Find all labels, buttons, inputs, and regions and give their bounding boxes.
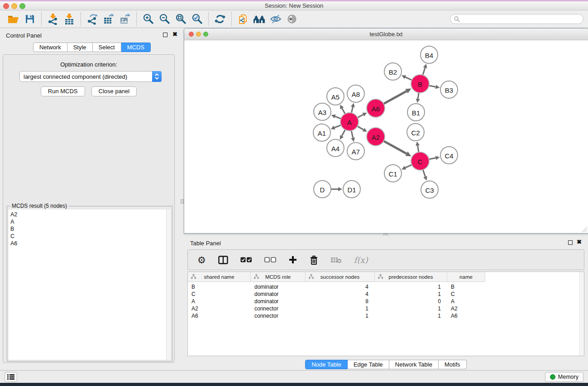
table-row[interactable]: Bdominator41B <box>188 283 584 291</box>
edge-A-A1[interactable] <box>335 125 341 128</box>
edge-B-B4[interactable] <box>423 68 425 75</box>
import-network-icon[interactable] <box>45 12 61 26</box>
first-neighbors-icon[interactable] <box>251 12 268 26</box>
tab-mcds[interactable]: MCDS <box>121 43 151 52</box>
edge-A-A4[interactable] <box>342 130 345 136</box>
result-item[interactable]: A6 <box>9 240 171 247</box>
run-mcds-button[interactable]: Run MCDS <box>41 86 85 96</box>
edge-C-C1[interactable] <box>405 165 411 167</box>
arrowhead-icon <box>423 176 427 181</box>
criterion-select[interactable]: largest connected component (directed) <box>19 71 162 82</box>
task-history-button[interactable] <box>5 372 17 382</box>
edge-B-B2[interactable] <box>405 77 411 80</box>
search-input[interactable] <box>460 16 583 22</box>
zoom-in-icon[interactable] <box>140 12 156 26</box>
float-panel-icon[interactable] <box>163 33 167 37</box>
result-item[interactable]: B <box>9 225 171 233</box>
export-network-icon[interactable] <box>84 12 100 26</box>
result-item[interactable]: A2 <box>9 211 171 218</box>
result-item[interactable]: A <box>9 218 171 225</box>
node-label-C1: C1 <box>388 170 397 178</box>
table-cell: 4 <box>306 291 375 298</box>
tab-select[interactable]: Select <box>93 43 121 52</box>
table-float-panel-icon[interactable] <box>568 240 573 245</box>
edge-A6-B[interactable] <box>384 91 407 104</box>
table-close-panel-icon[interactable]: ✖ <box>577 238 582 245</box>
network-canvas[interactable]: B4B2BB3A8A5A6A3B1AC2A1A2A4A7C4CC1C3DD1 <box>184 40 588 233</box>
search-field[interactable] <box>450 14 583 24</box>
edge-C-C4[interactable] <box>429 158 436 159</box>
table-scrollbar[interactable] <box>579 272 584 356</box>
tab-network-table[interactable]: Network Table <box>389 360 439 369</box>
list-icon <box>7 374 14 380</box>
column-header-predecessor-nodes[interactable]: predecessor nodes <box>375 272 447 282</box>
show-all-eye-icon[interactable] <box>284 12 300 26</box>
table-settings-gear-icon[interactable]: ⚙ <box>197 255 206 265</box>
network-graph[interactable]: B4B2BB3A8A5A6A3B1AC2A1A2A4A7C4CC1C3DD1 <box>184 40 588 233</box>
table-row[interactable]: Adominator80A <box>188 298 584 305</box>
table-row[interactable]: Cdominator41C <box>188 291 584 298</box>
deselect-all-icon[interactable] <box>264 257 276 263</box>
delete-column-trash-icon[interactable] <box>310 255 318 265</box>
column-visibility-icon[interactable] <box>218 256 228 264</box>
edge-B-B1[interactable] <box>418 93 419 99</box>
column-header-MCDS-role[interactable]: MCDS role <box>251 272 306 282</box>
table-cell: dominator <box>251 298 306 305</box>
export-table-icon[interactable] <box>100 12 117 26</box>
table-cell: A6 <box>447 312 485 319</box>
zoom-fit-icon[interactable] <box>172 12 189 26</box>
node-label-A7: A7 <box>352 148 360 156</box>
result-item[interactable]: C <box>9 233 171 240</box>
save-session-icon[interactable] <box>22 12 38 26</box>
mcds-result-list[interactable]: A2ABCA6 <box>9 210 171 360</box>
table-row[interactable]: A2connector11A2 <box>188 305 584 312</box>
edge-A-A5[interactable] <box>342 108 345 114</box>
edge-A-A7[interactable] <box>351 131 353 138</box>
select-all-icon[interactable] <box>240 257 252 263</box>
column-header-shared-name[interactable]: shared name <box>188 272 251 282</box>
search-icon <box>454 16 460 22</box>
edge-A2-C[interactable] <box>384 141 407 154</box>
column-header-successor-nodes[interactable]: successor nodes <box>306 272 375 282</box>
window-title: Session: New Session <box>0 2 588 9</box>
export-image-icon[interactable] <box>117 12 133 26</box>
tab-node-table[interactable]: Node Table <box>305 360 348 369</box>
mcds-result-box: MCDS result (5 nodes) A2ABCA6 <box>7 206 172 362</box>
tab-network[interactable]: Network <box>33 43 67 52</box>
table-row[interactable]: A6connector11A6 <box>188 312 584 319</box>
edge-B-B3[interactable] <box>429 86 436 87</box>
zoom-selected-icon[interactable] <box>189 12 205 26</box>
hide-selected-eye-icon[interactable] <box>268 12 284 26</box>
node-label-D1: D1 <box>347 186 356 194</box>
clone-network-icon[interactable] <box>235 12 251 26</box>
close-panel-button[interactable]: Close panel <box>91 86 137 96</box>
import-table-icon[interactable] <box>61 12 77 26</box>
node-label-B4: B4 <box>425 52 433 59</box>
node-label-C4: C4 <box>445 152 453 160</box>
network-view-window: testGlobe.txt B4B2BB3A8A5A6A3B1AC2A1A2A4… <box>184 28 588 234</box>
memory-status-icon <box>550 374 555 380</box>
window-resize-grip[interactable] <box>581 226 587 232</box>
tab-style[interactable]: Style <box>67 43 93 52</box>
open-session-icon[interactable] <box>5 12 22 26</box>
tab-edge-table[interactable]: Edge Table <box>348 360 389 369</box>
edge-A-A3[interactable] <box>335 116 341 119</box>
refresh-icon[interactable] <box>212 12 228 26</box>
tab-motifs[interactable]: Motifs <box>439 360 467 369</box>
edge-C-C2[interactable] <box>418 146 419 152</box>
column-header-name[interactable]: name <box>447 272 485 282</box>
edge-A-A6[interactable] <box>358 114 363 118</box>
vertical-splitter-handle[interactable] <box>181 199 184 204</box>
close-panel-icon[interactable]: ✖ <box>172 31 177 38</box>
zoom-out-icon[interactable] <box>156 12 172 26</box>
edge-A-A8[interactable] <box>351 107 353 113</box>
node-label-D: D <box>320 186 325 194</box>
memory-button[interactable]: Memory <box>545 372 583 382</box>
add-column-plus-icon[interactable] <box>288 255 297 264</box>
edge-A-A2[interactable] <box>357 126 363 130</box>
edge-C-C3[interactable] <box>423 170 425 177</box>
function-builder-icon: f(x) <box>354 255 368 265</box>
result-scrollbar[interactable] <box>166 210 171 360</box>
node-table-rows: Bdominator41BCdominator41CAdominator80AA… <box>188 282 584 319</box>
network-window-titlebar[interactable]: testGlobe.txt <box>184 29 588 40</box>
